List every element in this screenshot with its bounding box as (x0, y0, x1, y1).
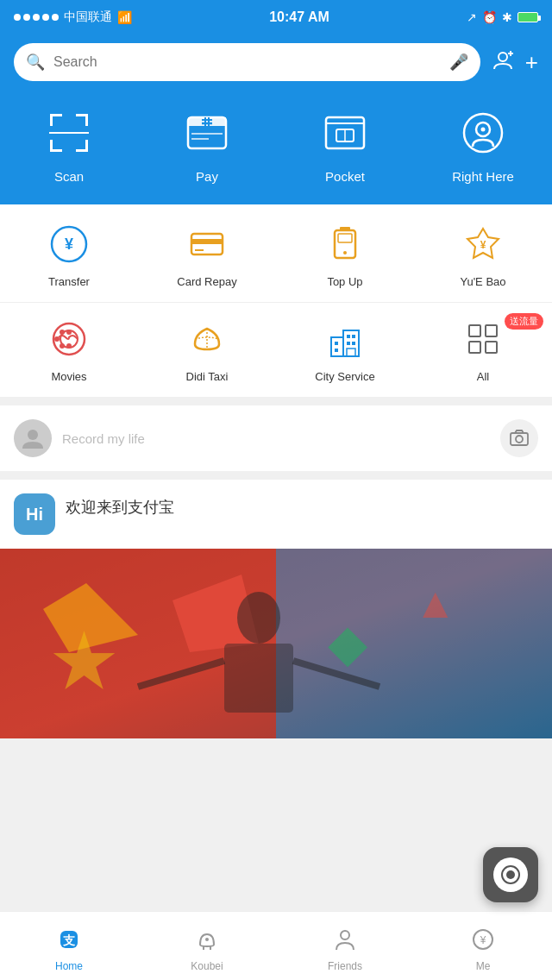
bluetooth-icon: ✱ (502, 10, 512, 24)
svg-point-34 (343, 251, 347, 254)
yue-bao-label: Yu'E Bao (460, 275, 505, 288)
pay-label: Pay (196, 169, 218, 184)
svg-point-24 (464, 114, 502, 152)
svg-point-59 (516, 436, 523, 443)
friends-nav-icon (333, 927, 357, 957)
top-up-label: Top Up (327, 275, 362, 288)
city-service-item[interactable]: City Service (276, 317, 414, 383)
services-section: ¥ Transfer Card Repay (0, 204, 552, 397)
post-placeholder[interactable]: Record my life (62, 431, 490, 446)
top-up-item[interactable]: Top Up (276, 222, 414, 288)
search-bar[interactable]: 🔍 🎤 (14, 43, 480, 81)
transfer-label: Transfer (48, 275, 90, 288)
status-bar: 中国联通 📶 10:47 AM ↗ ⏰ ✱ (0, 0, 552, 35)
nav-friends[interactable]: Friends (276, 920, 414, 972)
svg-rect-4 (50, 114, 53, 126)
feed-item: Hi 欢迎来到支付宝 (0, 480, 552, 549)
svg-rect-14 (191, 133, 223, 135)
svg-rect-30 (191, 239, 223, 244)
floating-action-button[interactable] (483, 847, 538, 902)
svg-rect-8 (50, 140, 53, 152)
didi-taxi-item[interactable]: Didi Taxi (138, 317, 276, 383)
svg-rect-49 (352, 335, 355, 338)
nav-koubei[interactable]: Koubei (138, 920, 276, 972)
wifi-icon: 📶 (117, 10, 132, 24)
svg-rect-46 (335, 342, 338, 345)
svg-point-57 (28, 430, 38, 440)
scan-icon (43, 107, 95, 159)
scan-action[interactable]: Scan (0, 107, 138, 184)
pocket-icon (319, 107, 371, 159)
koubei-nav-label: Koubei (191, 960, 223, 972)
svg-rect-52 (347, 349, 355, 356)
header: 🔍 🎤 + (0, 35, 552, 98)
yue-bao-item[interactable]: ¥ Yu'E Bao (414, 222, 552, 288)
feed-greeting: 欢迎来到支付宝 (66, 493, 174, 518)
scan-label: Scan (54, 169, 84, 184)
add-icon[interactable]: + (525, 49, 538, 76)
status-right: ↗ ⏰ ✱ (467, 10, 538, 24)
alarm-icon: ⏰ (482, 10, 497, 24)
microphone-icon[interactable]: 🎤 (449, 53, 468, 72)
didi-taxi-icon (185, 317, 229, 361)
home-nav-icon: 支 (57, 927, 81, 957)
righthere-action[interactable]: Right Here (414, 107, 552, 184)
svg-rect-31 (195, 249, 204, 251)
card-repay-item[interactable]: Card Repay (138, 222, 276, 288)
svg-rect-62 (276, 549, 552, 738)
svg-rect-11 (49, 132, 89, 134)
home-nav-label: Home (55, 960, 83, 972)
svg-rect-47 (335, 349, 338, 352)
svg-point-73 (506, 870, 515, 879)
didi-taxi-label: Didi Taxi (186, 370, 229, 383)
camera-button[interactable] (500, 419, 538, 457)
svg-text:¥: ¥ (480, 239, 486, 251)
svg-text:★: ★ (52, 625, 116, 701)
search-input[interactable] (53, 54, 441, 70)
svg-text:¥: ¥ (480, 934, 486, 946)
signal-dots (14, 14, 59, 21)
me-nav-label: Me (476, 960, 491, 972)
svg-point-76 (205, 938, 209, 941)
feed-image: ★ ◆ ▲ (0, 549, 552, 738)
bottom-navigation: 支 Home Koubei Friends ¥ (0, 911, 552, 980)
svg-text:¥: ¥ (65, 236, 73, 253)
svg-rect-53 (469, 325, 480, 336)
card-repay-icon (185, 222, 229, 267)
contact-icon[interactable] (491, 48, 515, 77)
righthere-icon (457, 107, 509, 159)
svg-point-42 (60, 330, 65, 335)
svg-rect-48 (347, 335, 350, 338)
svg-point-43 (60, 343, 65, 349)
svg-text:支: 支 (62, 933, 76, 947)
nav-me[interactable]: ¥ Me (414, 920, 552, 972)
pay-icon (181, 107, 233, 159)
movies-icon (47, 317, 91, 361)
svg-rect-45 (343, 330, 359, 356)
svg-rect-50 (347, 342, 350, 345)
feed-app-icon: Hi (14, 493, 55, 535)
svg-rect-21 (326, 122, 364, 124)
nav-home[interactable]: 支 Home (0, 920, 138, 972)
all-item[interactable]: 送流量 All (414, 317, 552, 383)
quick-actions: Scan Pay Pocket (0, 98, 552, 204)
svg-rect-56 (486, 342, 497, 353)
carrier-name: 中国联通 (64, 9, 112, 25)
svg-rect-6 (85, 114, 88, 126)
svg-text:◆: ◆ (328, 614, 367, 672)
svg-rect-35 (340, 227, 350, 230)
movies-item[interactable]: Movies (0, 317, 138, 383)
pay-action[interactable]: Pay (138, 107, 276, 184)
transfer-item[interactable]: ¥ Transfer (0, 222, 138, 288)
svg-point-39 (66, 330, 72, 335)
righthere-label: Right Here (452, 169, 514, 184)
pocket-action[interactable]: Pocket (276, 107, 414, 184)
svg-rect-54 (486, 325, 497, 336)
svg-rect-44 (331, 337, 343, 356)
yue-bao-icon: ¥ (461, 222, 505, 267)
svg-rect-13 (188, 117, 226, 126)
city-service-icon (323, 317, 367, 361)
svg-rect-55 (469, 342, 480, 353)
services-row-1: ¥ Transfer Card Repay (0, 204, 552, 302)
battery-icon (518, 12, 538, 22)
